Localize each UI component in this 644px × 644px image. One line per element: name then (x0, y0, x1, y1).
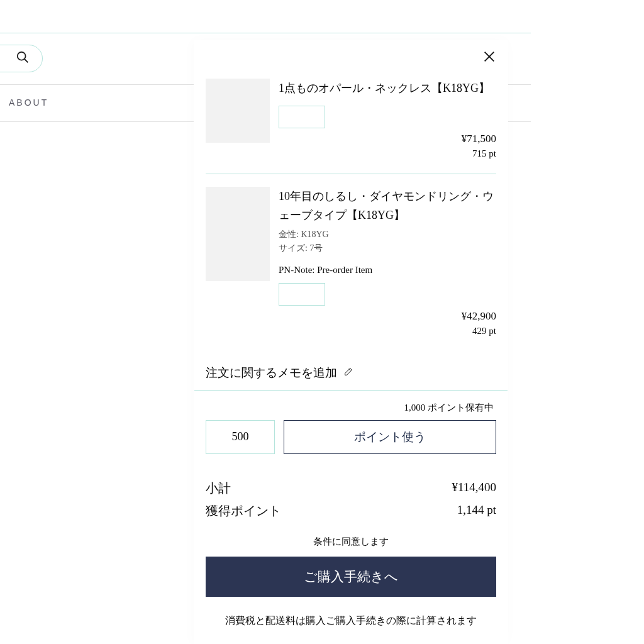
search-icon (16, 50, 30, 67)
item-points: 429 pt (279, 324, 496, 338)
subtotal-value: ¥114,400 (452, 477, 496, 499)
product-title[interactable]: 1点ものオパール・ネックレス【K18YG】 (279, 79, 496, 98)
cart-panel: 1点ものオパール・ネックレス【K18YG】 ¥71,500 715 pt 10年… (194, 40, 508, 644)
cart-item: 10年目のしるし・ダイヤモンドリング・ウェーブタイプ【K18YG】 金性: K1… (206, 174, 496, 351)
use-points-button[interactable]: ポイント使う (284, 420, 496, 454)
product-note: PN-Note: Pre-order Item (279, 265, 496, 275)
terms-agree[interactable]: 条件に同意します (194, 522, 508, 557)
points-input[interactable] (206, 420, 275, 454)
divider (0, 33, 531, 33)
earn-points-label: 獲得ポイント (206, 499, 281, 522)
edit-icon (343, 366, 353, 380)
product-title[interactable]: 10年目のしるし・ダイヤモンドリング・ウェーブタイプ【K18YG】 (279, 187, 496, 225)
checkout-button[interactable]: ご購入手続きへ (206, 557, 496, 597)
add-order-note[interactable]: 注文に関するメモを追加 (194, 351, 508, 390)
product-thumbnail[interactable] (206, 79, 270, 143)
quantity-stepper[interactable] (279, 283, 496, 308)
tax-shipping-disclaimer: 消費税と配送料は購入ご購入手続きの際に計算されます (194, 597, 508, 630)
quantity-stepper[interactable] (279, 106, 496, 131)
product-thumbnail[interactable] (206, 187, 270, 281)
item-points: 715 pt (279, 147, 496, 161)
cart-item: 1点ものオパール・ネックレス【K18YG】 ¥71,500 715 pt (206, 66, 496, 174)
nav-about[interactable]: ABOUT (9, 97, 48, 108)
item-price: ¥71,500 (279, 131, 496, 147)
svg-line-1 (25, 59, 28, 63)
earn-points-value: 1,144 pt (457, 499, 496, 522)
close-icon[interactable] (482, 50, 496, 66)
search-button[interactable] (0, 45, 43, 72)
order-note-label: 注文に関するメモを追加 (206, 365, 337, 381)
subtotal-label: 小計 (206, 477, 231, 499)
svg-point-0 (18, 52, 26, 60)
points-held: 1,000 ポイント保有中 (194, 391, 508, 420)
product-meta-metal: 金性: K18YG (279, 228, 496, 242)
product-meta-size: サイズ: 7号 (279, 242, 496, 255)
item-price: ¥42,900 (279, 308, 496, 325)
